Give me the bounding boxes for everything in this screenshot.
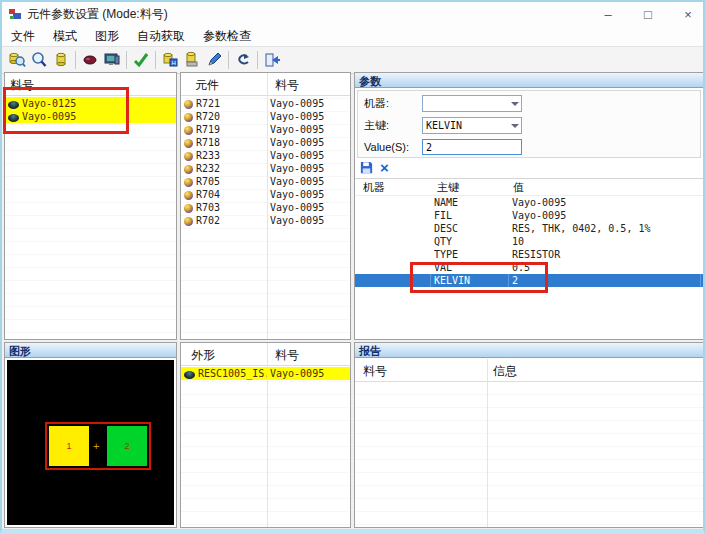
component-icon [184,204,193,213]
graphics-panel: 图形 1 2 + [4,342,177,528]
graphics-panel-title: 图形 [5,343,176,358]
component-list-header: 元件 料号 [181,73,350,96]
minimize-button[interactable]: – [601,7,615,22]
component-row[interactable]: R232Vayo-0095 [181,162,350,175]
footprint-outline: 1 2 + [45,422,151,470]
menu-file[interactable]: 文件 [2,26,44,46]
column-header: 料号 [363,363,387,380]
footprint-pad-2: 2 [107,426,147,466]
footprint-canvas[interactable]: 1 2 + [7,360,174,525]
value-label: Value(S): [364,141,409,153]
database-icon[interactable] [50,49,72,71]
toolbar-separator [126,51,127,69]
report-panel-title: 报告 [355,343,703,358]
save-db-icon[interactable]: H [159,49,181,71]
component-row[interactable]: R233Vayo-0095 [181,149,350,162]
column-header: 料号 [275,347,299,364]
search-icon[interactable] [28,49,50,71]
chevron-down-icon [511,102,519,106]
params-form: 机器: 主键: KELVIN Value(S): [357,90,701,158]
component-row[interactable]: R702Vayo-0095 [181,214,350,227]
toolbar-separator [228,51,229,69]
exit-icon[interactable] [261,49,283,71]
machine-select[interactable] [422,95,522,112]
component-row[interactable]: R703Vayo-0095 [181,201,350,214]
component-icon [184,113,193,122]
component-icon [184,152,193,161]
component-row[interactable]: R719Vayo-0095 [181,123,350,136]
param-row[interactable]: TYPERESISTOR [355,248,703,261]
component-icon [184,191,193,200]
component-list-rows: R721Vayo-0095R720Vayo-0095R719Vayo-0095R… [181,97,350,227]
report-panel: 报告 料号 信息 [354,342,704,528]
shape-list-header: 外形 料号 [181,343,350,366]
svg-text:H: H [172,60,176,66]
machine-label: 机器: [364,96,389,111]
menu-auto-acquire[interactable]: 自动获取 [128,26,194,46]
lens-icon[interactable] [79,49,101,71]
column-header: 料号 [275,77,299,94]
maximize-button[interactable]: □ [641,7,655,22]
monitor-icon[interactable] [101,49,123,71]
component-icon [184,126,193,135]
component-icon [184,165,193,174]
params-minibar: × [355,157,703,179]
column-header: 值 [513,180,524,195]
menu-graphics[interactable]: 图形 [86,26,128,46]
component-row[interactable]: R704Vayo-0095 [181,188,350,201]
toolbar-separator [75,51,76,69]
title-bar: 元件参数设置 (Mode:料号) – □ × [2,2,703,26]
part-icon [8,114,19,122]
shape-icon [184,371,195,379]
component-row[interactable]: R721Vayo-0095 [181,97,350,110]
column-header: 料号 [10,77,34,94]
part-list-item[interactable]: Vayo-0125 [5,97,176,110]
part-list-panel: 料号 Vayo-0125Vayo-0095 [4,72,177,340]
find-part-icon[interactable] [6,49,28,71]
toolbar: H [2,46,703,74]
part-icon [8,101,19,109]
shape-panel: 外形 料号 RESC1005_IS...Vayo-0095 [180,342,351,528]
component-icon [184,178,193,187]
value-input[interactable] [422,139,522,155]
menu-param-check[interactable]: 参数检查 [194,26,260,46]
key-select[interactable]: KELVIN [422,117,522,134]
column-header: 外形 [191,347,215,364]
edit-pen-icon[interactable] [203,49,225,71]
component-row[interactable]: R705Vayo-0095 [181,175,350,188]
column-header: 机器 [363,180,385,195]
load-db-icon[interactable] [181,49,203,71]
param-row[interactable]: QTY10 [355,235,703,248]
window-title: 元件参数设置 (Mode:料号) [27,6,168,23]
param-row[interactable]: NAMEVayo-0095 [355,196,703,209]
save-param-button[interactable] [359,160,374,175]
menu-mode[interactable]: 模式 [44,26,86,46]
param-row[interactable]: VAL0.5 [355,261,703,274]
part-list-rows: Vayo-0125Vayo-0095 [5,97,176,123]
app-icon [8,7,22,21]
column-divider [487,359,488,527]
shape-row[interactable]: RESC1005_IS...Vayo-0095 [181,367,350,380]
param-row[interactable]: DESCRES, THK, 0402, 0.5, 1% [355,222,703,235]
component-row[interactable]: R720Vayo-0095 [181,110,350,123]
params-panel-title: 参数 [355,73,703,88]
footprint-pad-1: 1 [49,426,89,466]
check-icon[interactable] [130,49,152,71]
floppy-save-icon [359,160,374,175]
part-list-header: 料号 [5,73,176,96]
param-row[interactable]: FILVayo-0095 [355,209,703,222]
component-row[interactable]: R718Vayo-0095 [181,136,350,149]
part-list-item[interactable]: Vayo-0095 [5,110,176,123]
component-icon [184,100,193,109]
delete-param-button[interactable]: × [380,160,389,175]
param-row[interactable]: KELVIN2 [355,274,703,287]
report-list-header: 料号 信息 [355,359,703,382]
app-window: 元件参数设置 (Mode:料号) – □ × 文件 模式 图形 自动获取 参数检… [0,0,705,534]
undo-icon[interactable] [232,49,254,71]
param-table-rows: NAMEVayo-0095FILVayo-0095DESCRES, THK, 0… [355,196,703,287]
component-icon [184,217,193,226]
close-button[interactable]: × [681,7,695,22]
column-header: 元件 [195,77,219,94]
chevron-down-icon [511,124,519,128]
column-header: 信息 [493,363,517,380]
